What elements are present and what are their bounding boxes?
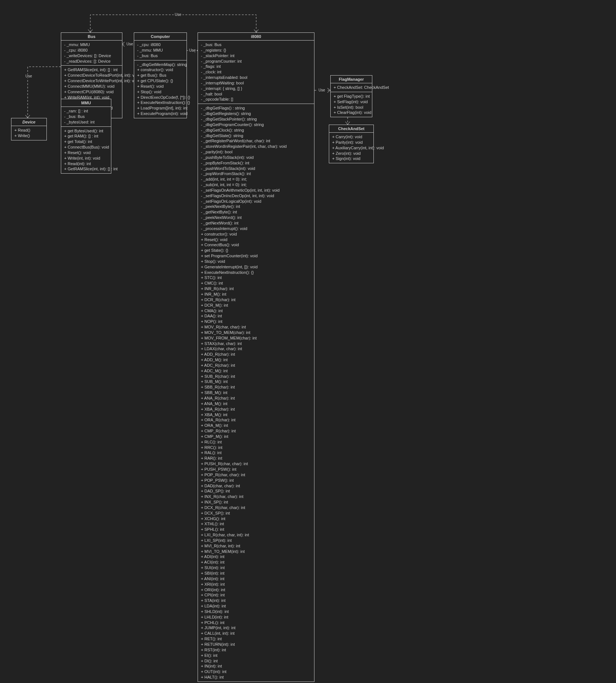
- member-row: + ACI(int): int: [201, 560, 311, 565]
- member-row: + STA(int): int: [201, 598, 311, 603]
- member-row: - _mmu: MMU: [64, 42, 119, 48]
- member-row: + SUB_R(char): int: [201, 374, 311, 379]
- member-row: + GenerateInterrupt(int, []): void: [201, 264, 311, 270]
- member-row: + Read(): [14, 128, 43, 133]
- member-row: + XBA_M(): int: [201, 412, 311, 418]
- member-row: + PCHL(): int: [201, 620, 311, 625]
- member-row: - _popByteFromStack(): int: [201, 160, 311, 166]
- member-row: + STAX(char, char): int: [201, 341, 311, 346]
- member-row: - _setFlagsOnArithmeticOp(int, int, int)…: [201, 188, 311, 193]
- member-row: + get Bus(): Bus: [137, 73, 184, 78]
- member-row: + ANA_M(): int: [201, 401, 311, 407]
- member-row: - _flags: int: [201, 64, 311, 69]
- member-row: + get Total(): int: [64, 139, 108, 144]
- member-row: - _processInterrupt(): void: [201, 226, 311, 231]
- member-row: - _registers: {}: [201, 48, 311, 53]
- member-row: + MOV_TO_MEM(char): int: [201, 330, 311, 335]
- member-row: + GetRAMSlice(int, int): [] : int: [64, 67, 119, 73]
- member-row: + CheckAndSet: CheckAndSet: [334, 85, 369, 90]
- member-row: - _bytesUsed: int: [64, 119, 108, 125]
- class-checkandset: CheckAndSet + Carry(int): void+ Parity(i…: [329, 125, 374, 163]
- member-row: + PUSH_R(char, char): int: [201, 461, 311, 467]
- member-row: + HALT(): int: [201, 675, 311, 680]
- edge-label-use: Use: [24, 74, 33, 78]
- member-row: - _getNextWord(): int: [201, 220, 311, 226]
- member-row: + Write(int, int): void: [64, 156, 108, 161]
- class-title: Computer: [134, 33, 187, 41]
- edge-label-use: Use: [125, 42, 134, 46]
- member-row: + INX_SP(): int: [201, 499, 311, 505]
- class-methods: - _dbgGetFlags() : string- _dbgGetRegist…: [198, 104, 314, 682]
- member-row: - _setFlagsOnIncDecOp(int, int, int): vo…: [201, 193, 311, 199]
- member-row: + IsSet(int): bool: [334, 105, 369, 110]
- class-title: i8080: [198, 33, 314, 41]
- class-methods: - _dbgGetMemMap(): string+ constructor()…: [134, 60, 187, 118]
- class-fields: + CheckAndSet: CheckAndSet: [331, 83, 372, 92]
- member-row: + RAL(): int: [201, 450, 311, 456]
- class-methods: + Carry(int): void+ Parity(int): void+ A…: [329, 133, 373, 163]
- member-row: + Zero(int): void: [332, 151, 370, 156]
- member-row: + Carry(int): void: [332, 134, 370, 140]
- member-row: + get State(): {}: [201, 248, 311, 253]
- member-row: + RST(int): int: [201, 647, 311, 653]
- member-row: - _interrupt: { string, [] }: [201, 86, 311, 91]
- member-row: + DAD_SP(): int: [201, 488, 311, 494]
- member-row: + ADI(int): int: [201, 554, 311, 560]
- member-row: - _cpu: i8080: [64, 48, 119, 53]
- member-row: + DAA(): int: [201, 313, 311, 319]
- member-row: + ORA_M(): int: [201, 423, 311, 428]
- member-row: + SHLD(int): int: [201, 609, 311, 614]
- member-row: + STC(): int: [201, 275, 311, 280]
- member-row: + INR_R(char): int: [201, 286, 311, 292]
- member-row: - _clock: int: [201, 69, 311, 75]
- member-row: + Read(int): int: [64, 161, 108, 167]
- member-row: + GetRAMSlice(int, int): [] : int: [64, 166, 108, 172]
- member-row: + XTHL(): int: [201, 521, 311, 527]
- member-row: + DCX_SP(): int: [201, 510, 311, 516]
- member-row: + ANI(int): int: [201, 576, 311, 582]
- member-row: + ANA_R(char): int: [201, 395, 311, 401]
- member-row: + set ProgramCounter(int): void: [201, 253, 311, 259]
- member-row: + DI(): int: [201, 658, 311, 664]
- member-row: - _peekNextWord(): int: [201, 215, 311, 220]
- member-row: + Sign(int): void: [332, 156, 370, 161]
- member-row: + NOP(): int: [201, 319, 311, 324]
- member-row: + CMP_M(): int: [201, 434, 311, 439]
- member-row: + DAD(char, char): int: [201, 483, 311, 489]
- member-row: + Write(): [14, 133, 43, 139]
- member-row: - _storeWordInRegisterPair(int, char, ch…: [201, 144, 311, 149]
- member-row: - _mmu: MMU: [137, 48, 184, 53]
- member-row: + MVI_TO_MEM(int): int: [201, 549, 311, 554]
- class-title: MMU: [61, 99, 111, 107]
- member-row: + Stop(): void: [201, 259, 311, 264]
- member-row: + DCR_M(): int: [201, 303, 311, 308]
- class-methods: + Read()+ Write(): [11, 126, 46, 140]
- class-title: CheckAndSet: [329, 125, 373, 133]
- member-row: + RLC(): int: [201, 439, 311, 445]
- edge-label-use: Use: [174, 13, 182, 17]
- member-row: - _popWordFromStack(): int: [201, 171, 311, 177]
- member-row: - _dbgGetState(): string: [201, 133, 311, 139]
- member-row: - _writeDevices: []: Device: [64, 53, 119, 59]
- member-row: + MVI_R(char, int): int: [201, 543, 311, 549]
- member-row: - _bus: Bus: [137, 53, 184, 59]
- member-row: + INX_R(char, char): int: [201, 494, 311, 499]
- class-flagmanager: FlagManager + CheckAndSet: CheckAndSet +…: [330, 75, 372, 117]
- member-row: + ConnectMMU(MMU): void: [64, 84, 119, 89]
- member-row: - _halt: bool: [201, 91, 311, 97]
- member-row: + get RAM(): [] : int: [64, 133, 108, 139]
- member-row: - _pushByteToStack(int): void: [201, 155, 311, 160]
- member-row: - _dbgGetProgramCounter(): string: [201, 122, 311, 128]
- class-fields: - _cpu: i8080- _mmu: MMU- _bus: Bus: [134, 41, 187, 60]
- edge-label-use: Use: [188, 48, 197, 52]
- class-device: Device + Read()+ Write(): [11, 118, 47, 140]
- member-row: - _parity(int): bool: [201, 149, 311, 155]
- member-row: + Reset(): void: [201, 237, 311, 243]
- member-row: + constructor(): void: [137, 67, 184, 73]
- member-row: + DCX_R(char, char): int: [201, 505, 311, 510]
- member-row: + CALL(int, int): int: [201, 631, 311, 636]
- member-row: + ConnectDeviceToReadPort(int, int): voi…: [64, 73, 119, 78]
- edge-label-use: Use: [317, 88, 326, 92]
- class-title: FlagManager: [331, 76, 372, 83]
- member-row: + XCHG(): int: [201, 516, 311, 522]
